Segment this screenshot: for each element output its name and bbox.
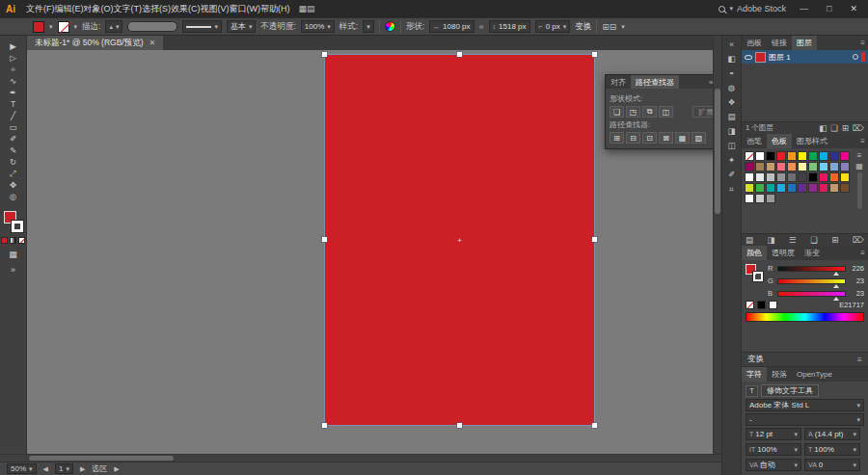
tab-layers[interactable]: 图层 — [792, 36, 817, 50]
swatch[interactable] — [755, 162, 765, 172]
selection-tool[interactable]: ▶ — [3, 40, 24, 52]
tab-graphic-styles[interactable]: 图形样式 — [792, 134, 832, 148]
shape-height-field[interactable]: ↕1518 px — [489, 20, 530, 33]
none-swatch[interactable] — [746, 301, 754, 309]
transform-panel-header[interactable]: 变换 ≡ — [742, 352, 868, 367]
stroke-color-swatch[interactable] — [58, 21, 69, 33]
swatch[interactable] — [755, 183, 765, 193]
swatch[interactable] — [787, 162, 797, 172]
hand-tool[interactable]: ✥ — [3, 179, 24, 191]
arrange-documents-icon[interactable]: ▦ — [299, 4, 308, 13]
transform-button[interactable]: 变换 — [575, 21, 591, 33]
swatch[interactable] — [755, 151, 765, 161]
menu-item[interactable]: 帮助(H) — [260, 4, 290, 13]
tab-color[interactable]: 颜色 — [742, 246, 767, 260]
character-field-right[interactable]: A(14.4 pt)▾ — [804, 428, 860, 440]
magic-wand-tool[interactable]: ✧ — [3, 64, 24, 75]
info-panel-icon[interactable]: ▤ — [724, 111, 740, 122]
swatch[interactable] — [798, 172, 807, 182]
pen-tool[interactable]: ✒ — [3, 87, 24, 98]
gradient-button[interactable] — [10, 237, 16, 244]
layer-target-icon[interactable] — [853, 54, 858, 60]
color-slider[interactable] — [777, 266, 846, 272]
panel-menu-icon[interactable]: ≡ — [857, 355, 862, 364]
merge-icon[interactable]: ⊡ — [642, 132, 657, 144]
swatch[interactable] — [745, 162, 754, 172]
outline-icon[interactable]: ▦ — [675, 132, 690, 144]
brushes-panel-icon[interactable]: ✐ — [724, 169, 740, 180]
selection-handle[interactable] — [322, 423, 327, 428]
rectangle-tool[interactable]: ▭ — [3, 121, 24, 133]
zoom-tool[interactable]: ◎ — [3, 191, 24, 202]
rotate-tool[interactable]: ↻ — [3, 156, 24, 168]
selection-handle[interactable] — [457, 52, 462, 57]
swatch[interactable] — [745, 151, 754, 161]
menu-item[interactable]: 文字(T) — [114, 4, 143, 13]
next-artboard-icon[interactable]: ▶ — [80, 465, 85, 473]
color-panel-icon[interactable]: ◧ — [724, 53, 740, 65]
touch-type-button[interactable]: 修饰文字工具 — [761, 384, 819, 397]
layer-thumbnail[interactable] — [755, 52, 766, 63]
tab-artboards[interactable]: 画板 — [742, 36, 767, 50]
color-button[interactable] — [1, 237, 8, 244]
hex-value[interactable]: E21717 — [839, 301, 864, 309]
swatch[interactable] — [819, 172, 828, 182]
horizontal-scrollbar-thumb[interactable] — [29, 456, 174, 461]
selection-handle[interactable] — [592, 423, 597, 428]
new-swatch-icon[interactable]: ⊞ — [831, 235, 838, 245]
swatch[interactable] — [776, 162, 786, 172]
new-layer-icon[interactable]: ⊞ — [842, 123, 849, 133]
swatch-libraries-icon[interactable]: ▤ — [746, 235, 753, 245]
scale-tool[interactable]: ⤢ — [3, 168, 24, 179]
swatch[interactable] — [745, 172, 754, 182]
draw-mode-icon[interactable]: ▦ — [9, 250, 17, 259]
character-field-right[interactable]: T100%▾ — [804, 443, 860, 456]
menu-item[interactable]: 文件(F) — [26, 4, 55, 13]
vertical-scrollbar[interactable] — [713, 36, 721, 454]
swatch[interactable] — [798, 151, 807, 161]
transparency-panel-icon[interactable]: ◫ — [724, 140, 740, 151]
swatch[interactable] — [840, 172, 850, 182]
menu-item[interactable]: 视图(V) — [201, 4, 230, 13]
opacity-field[interactable]: 100%▾ — [301, 20, 335, 33]
fill-stroke-mini[interactable] — [746, 264, 763, 281]
tab-paragraph[interactable]: 段落 — [767, 367, 792, 382]
unite-icon[interactable]: ❏ — [610, 106, 624, 118]
selection-handle[interactable] — [592, 52, 597, 57]
delete-layer-icon[interactable]: ⌦ — [853, 123, 864, 133]
swatch[interactable] — [798, 162, 807, 172]
minus-front-icon[interactable]: ◳ — [626, 106, 640, 118]
selection-handle[interactable] — [322, 52, 327, 57]
crop-icon[interactable]: ⊠ — [659, 132, 673, 144]
character-field-left[interactable]: T12 pt▾ — [746, 428, 801, 440]
swatch[interactable] — [829, 162, 839, 172]
swatch[interactable] — [755, 172, 765, 182]
restore-button[interactable]: □ — [822, 4, 836, 13]
tab-swatches[interactable]: 色板 — [767, 134, 792, 148]
white-swatch[interactable] — [769, 301, 777, 309]
swatch[interactable] — [776, 151, 786, 161]
swatch[interactable] — [829, 172, 839, 182]
swatch[interactable] — [776, 172, 786, 182]
swatch[interactable] — [766, 151, 775, 161]
panel-menu-icon[interactable]: ≡ — [860, 36, 868, 50]
swatch[interactable] — [808, 151, 818, 161]
selection-handle[interactable] — [457, 423, 462, 428]
layer-row[interactable]: 图层 1 — [742, 50, 868, 64]
brush-definition-dropdown[interactable]: 基本▾ — [227, 20, 257, 33]
stock-search[interactable]: ▾ Adobe Stock — [719, 4, 786, 13]
minimize-button[interactable]: — — [795, 4, 813, 13]
expand-panels-icon[interactable]: « — [724, 39, 740, 50]
delete-swatch-icon[interactable]: ⌦ — [853, 235, 864, 245]
tab-links[interactable]: 链接 — [767, 36, 792, 50]
swatch[interactable] — [776, 183, 786, 193]
menu-item[interactable]: 窗口(W) — [230, 4, 261, 13]
appearance-panel-icon[interactable]: ◍ — [724, 82, 740, 93]
document-tab[interactable]: 未标题-1* @ 50% (RGB/预览) ✕ — [27, 36, 163, 50]
symbols-panel-icon[interactable]: ✦ — [724, 154, 740, 166]
artboard[interactable]: + — [325, 55, 594, 425]
stroke-caret-icon[interactable]: ▾ — [74, 23, 78, 31]
color-themes-icon[interactable]: ◨ — [768, 235, 775, 245]
recolor-artwork-icon[interactable] — [385, 21, 395, 32]
close-tab-icon[interactable]: ✕ — [149, 39, 156, 47]
